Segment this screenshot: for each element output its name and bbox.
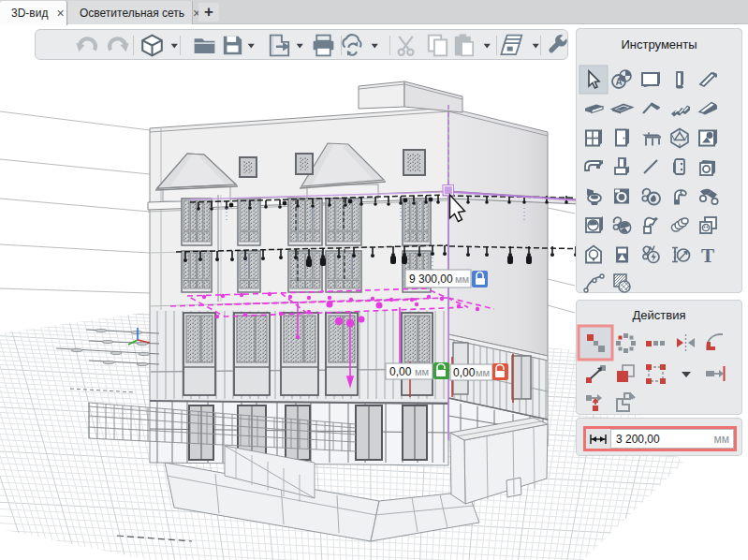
svg-text:T: T	[701, 244, 714, 267]
svg-text:мм: мм	[415, 366, 429, 377]
svg-text:мм: мм	[455, 273, 469, 285]
svg-text:0,00: 0,00	[453, 366, 476, 379]
svg-text:0,00: 0,00	[389, 365, 412, 378]
svg-text:9 300,00: 9 300,00	[409, 273, 453, 286]
svg-text:мм: мм	[476, 367, 490, 378]
